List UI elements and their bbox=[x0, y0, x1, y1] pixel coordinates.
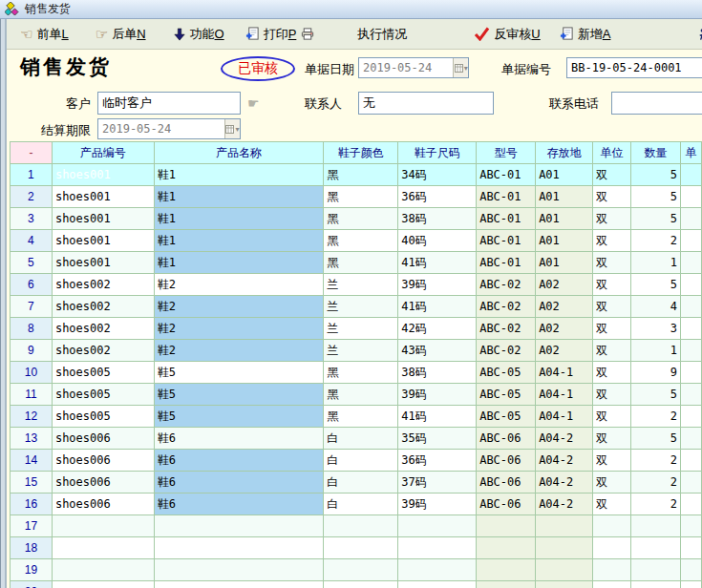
doc-no-input[interactable] bbox=[567, 58, 702, 77]
cell-code[interactable] bbox=[52, 581, 154, 588]
row-number-cell[interactable]: 17 bbox=[11, 515, 53, 537]
cell-price[interactable] bbox=[680, 559, 701, 581]
phone-input[interactable] bbox=[612, 93, 702, 114]
cell-name[interactable]: 鞋1 bbox=[154, 164, 324, 186]
cell-loc[interactable]: A04-2 bbox=[536, 428, 593, 450]
cell-color[interactable] bbox=[324, 559, 398, 581]
row-number-cell[interactable]: 9 bbox=[11, 340, 53, 362]
cell-model[interactable]: ABC-01 bbox=[477, 186, 536, 208]
cell-loc[interactable]: A04-1 bbox=[536, 362, 593, 384]
cell-size[interactable]: 39码 bbox=[398, 384, 477, 406]
cell-code[interactable]: shoes001 bbox=[52, 164, 154, 186]
cell-price[interactable] bbox=[680, 296, 701, 318]
cell-name[interactable]: 鞋6 bbox=[154, 450, 324, 472]
cell-qty[interactable]: 2 bbox=[631, 472, 681, 494]
cell-model[interactable]: ABC-01 bbox=[477, 208, 536, 230]
cell-unit[interactable]: 双 bbox=[593, 208, 631, 230]
cell-size[interactable] bbox=[398, 515, 477, 537]
cell-loc[interactable]: A01 bbox=[536, 230, 593, 252]
row-number-cell[interactable]: 1 bbox=[11, 164, 53, 186]
cell-size[interactable]: 41码 bbox=[398, 296, 477, 318]
cell-model[interactable]: ABC-06 bbox=[477, 494, 536, 515]
cell-color[interactable]: 白 bbox=[324, 494, 398, 515]
row-number-cell[interactable]: 13 bbox=[11, 428, 53, 450]
cell-price[interactable] bbox=[680, 472, 701, 494]
cell-unit[interactable]: 双 bbox=[593, 450, 631, 472]
cell-color[interactable]: 兰 bbox=[324, 340, 398, 362]
cell-code[interactable]: shoes005 bbox=[52, 362, 154, 384]
row-number-cell[interactable]: 19 bbox=[11, 559, 53, 581]
cell-code[interactable]: shoes006 bbox=[52, 450, 154, 472]
functions-button[interactable]: 功能O bbox=[173, 26, 224, 43]
cell-model[interactable]: ABC-02 bbox=[477, 340, 536, 362]
cell-size[interactable]: 39码 bbox=[398, 494, 477, 515]
cell-price[interactable] bbox=[680, 581, 701, 588]
cell-name[interactable]: 鞋5 bbox=[154, 384, 324, 406]
cell-color[interactable]: 兰 bbox=[324, 318, 398, 340]
cell-unit[interactable] bbox=[593, 537, 631, 559]
cell-color[interactable]: 兰 bbox=[324, 296, 398, 318]
cell-qty[interactable] bbox=[631, 537, 681, 559]
cell-code[interactable]: shoes005 bbox=[52, 406, 154, 428]
cell-model[interactable] bbox=[477, 581, 536, 588]
cell-size[interactable]: 36码 bbox=[398, 450, 477, 472]
cell-qty[interactable] bbox=[631, 559, 681, 581]
cell-code[interactable]: shoes006 bbox=[52, 494, 154, 515]
cell-price[interactable] bbox=[680, 362, 701, 384]
column-header-size[interactable]: 鞋子尺码 bbox=[398, 142, 477, 164]
row-number-cell[interactable]: 14 bbox=[11, 450, 53, 472]
cell-name[interactable]: 鞋5 bbox=[154, 406, 324, 428]
column-header-loc[interactable]: 存放地 bbox=[536, 142, 593, 164]
cell-loc[interactable]: A01 bbox=[536, 208, 593, 230]
cell-color[interactable]: 黑 bbox=[324, 406, 398, 428]
column-header-model[interactable]: 型号 bbox=[477, 142, 536, 164]
cell-name[interactable]: 鞋2 bbox=[154, 274, 324, 296]
add-new-button[interactable]: 新增A bbox=[560, 26, 611, 43]
cell-size[interactable]: 38码 bbox=[398, 208, 477, 230]
cell-model[interactable] bbox=[477, 537, 536, 559]
cell-unit[interactable]: 双 bbox=[593, 340, 631, 362]
cell-qty[interactable] bbox=[631, 515, 681, 537]
cell-unit[interactable]: 双 bbox=[593, 428, 631, 450]
cell-code[interactable] bbox=[52, 515, 154, 537]
cell-unit[interactable] bbox=[593, 581, 631, 588]
column-header-price[interactable]: 单 bbox=[680, 142, 701, 164]
cell-unit[interactable]: 双 bbox=[593, 186, 631, 208]
cell-model[interactable]: ABC-02 bbox=[477, 296, 536, 318]
cell-loc[interactable] bbox=[536, 559, 593, 581]
cell-code[interactable]: shoes001 bbox=[52, 252, 154, 274]
cell-model[interactable]: ABC-06 bbox=[477, 472, 536, 494]
cell-name[interactable] bbox=[154, 581, 324, 588]
cell-loc[interactable] bbox=[536, 515, 593, 537]
row-number-cell[interactable]: 11 bbox=[11, 384, 53, 406]
cell-qty[interactable]: 5 bbox=[631, 164, 681, 186]
cell-model[interactable]: ABC-01 bbox=[477, 164, 536, 186]
cell-unit[interactable]: 双 bbox=[593, 384, 631, 406]
cell-size[interactable]: 36码 bbox=[398, 186, 477, 208]
cell-loc[interactable]: A04-1 bbox=[536, 406, 593, 428]
cell-model[interactable]: ABC-05 bbox=[477, 406, 536, 428]
cell-color[interactable] bbox=[324, 537, 398, 559]
cell-qty[interactable]: 3 bbox=[631, 318, 681, 340]
row-number-cell[interactable]: 4 bbox=[11, 230, 53, 252]
cell-qty[interactable]: 5 bbox=[631, 186, 681, 208]
cell-name[interactable]: 鞋5 bbox=[154, 362, 324, 384]
cell-price[interactable] bbox=[680, 494, 701, 515]
cell-size[interactable]: 37码 bbox=[398, 472, 477, 494]
cell-qty[interactable]: 5 bbox=[631, 274, 681, 296]
cell-unit[interactable]: 双 bbox=[593, 230, 631, 252]
cell-model[interactable] bbox=[477, 515, 536, 537]
cell-name[interactable]: 鞋2 bbox=[154, 318, 324, 340]
cell-unit[interactable]: 双 bbox=[593, 494, 631, 515]
cell-size[interactable]: 42码 bbox=[398, 318, 477, 340]
cell-code[interactable]: shoes001 bbox=[52, 208, 154, 230]
cell-color[interactable]: 黑 bbox=[324, 186, 398, 208]
column-header-color[interactable]: 鞋子颜色 bbox=[324, 142, 398, 164]
cell-loc[interactable]: A01 bbox=[536, 164, 593, 186]
cell-code[interactable]: shoes001 bbox=[52, 230, 154, 252]
cell-size[interactable]: 43码 bbox=[398, 340, 477, 362]
cell-loc[interactable] bbox=[536, 581, 593, 588]
cell-name[interactable]: 鞋2 bbox=[154, 296, 324, 318]
cell-price[interactable] bbox=[680, 515, 701, 537]
cell-loc[interactable]: A02 bbox=[536, 274, 593, 296]
